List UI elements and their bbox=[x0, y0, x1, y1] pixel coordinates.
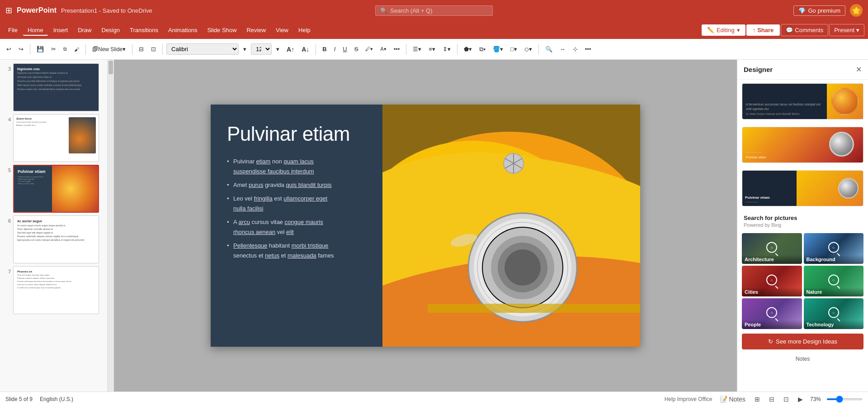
menu-draw[interactable]: Draw bbox=[73, 24, 96, 36]
slideshow-button[interactable]: ▶ bbox=[796, 395, 805, 404]
menu-design[interactable]: Design bbox=[97, 24, 124, 36]
search-box[interactable]: 🔍 bbox=[375, 5, 493, 16]
format-painter-button[interactable]: 🖌 bbox=[71, 45, 82, 54]
zoom-slider[interactable] bbox=[826, 398, 863, 400]
bullet-5: Pellentesque habitant morbi tristique se… bbox=[227, 241, 366, 261]
shape-effects-button[interactable]: ◇▾ bbox=[522, 44, 535, 54]
shapes-button[interactable]: ⬟▾ bbox=[461, 44, 475, 54]
slide-image-area[interactable] bbox=[382, 105, 640, 347]
shape-outline-button[interactable]: □▾ bbox=[508, 44, 520, 54]
waffle-icon[interactable]: ⊞ bbox=[5, 5, 12, 15]
powered-by-label: Powered by Bing bbox=[744, 222, 862, 228]
menu-animations[interactable]: Animations bbox=[164, 24, 202, 36]
present-button[interactable]: Present ▾ bbox=[829, 24, 864, 36]
menu-transitions[interactable]: Transitions bbox=[125, 24, 163, 36]
strikethrough-button[interactable]: S bbox=[352, 44, 361, 54]
design-preview-1[interactable]: A fermentum accumsan lacus vel facilisis… bbox=[742, 83, 863, 119]
designer-close-button[interactable]: ✕ bbox=[856, 65, 862, 74]
notes-button[interactable]: 📝 Notes bbox=[718, 395, 747, 404]
comments-button[interactable]: 💬 Comments bbox=[781, 24, 828, 36]
font-size-selector[interactable]: 12141618243648 bbox=[251, 43, 272, 55]
search-icon: ○ bbox=[828, 242, 839, 253]
increase-font-button[interactable]: A↑ bbox=[284, 44, 297, 55]
slide-thumbnail-5[interactable]: 5 Pulvinar etiam • Pulvinar etiam non qu… bbox=[3, 165, 104, 213]
new-slide-button[interactable]: 🗐 New Slide ▾ bbox=[90, 44, 128, 54]
slide-title[interactable]: Pulvinar etiam bbox=[227, 123, 366, 146]
overflow-button[interactable]: ••• bbox=[582, 44, 594, 54]
menu-review[interactable]: Review bbox=[242, 24, 270, 36]
canvas-area: Pulvinar etiam Pulvinar etiam non quam l… bbox=[114, 60, 737, 392]
bullet-1: Pulvinar etiam non quam lacus suspendiss… bbox=[227, 157, 366, 177]
slide-thumbnail-3[interactable]: 3 Dignissim cras Dignissim cras tincidun… bbox=[3, 63, 104, 111]
picture-tile-cities[interactable]: ○ Cities bbox=[742, 266, 802, 296]
find-button[interactable]: 🔍 bbox=[542, 44, 555, 54]
designer-title: Designer bbox=[744, 66, 773, 73]
text-highlight-button[interactable]: 🖊▾ bbox=[363, 44, 376, 54]
avatar[interactable]: 🌟 bbox=[850, 4, 863, 17]
copy-button[interactable]: ⧉ bbox=[61, 44, 70, 54]
slide-panel-scrollbar[interactable] bbox=[108, 60, 114, 392]
picture-tile-nature[interactable]: ○ Nature bbox=[804, 266, 864, 296]
slide-panel: 3 Dignissim cras Dignissim cras tincidun… bbox=[0, 60, 108, 392]
design-preview-2[interactable]: Pulvinar etiam —————— bbox=[742, 127, 863, 163]
slide-sorter-button[interactable]: ⊟ bbox=[767, 395, 776, 404]
font-size-dropdown-icon[interactable]: ▾ bbox=[274, 44, 282, 54]
share-button[interactable]: ↑ Share bbox=[746, 24, 780, 36]
separator4 bbox=[162, 44, 163, 55]
font-color-button[interactable]: A▾ bbox=[377, 44, 389, 54]
search-pictures-title: Search for pictures bbox=[744, 215, 862, 221]
fill-color-button[interactable]: 🪣▾ bbox=[490, 44, 506, 54]
numbered-list-button[interactable]: ≡▾ bbox=[426, 44, 438, 54]
font-dropdown-icon[interactable]: ▾ bbox=[241, 44, 249, 54]
svg-rect-17 bbox=[428, 304, 640, 313]
decrease-font-button[interactable]: A↓ bbox=[299, 44, 312, 55]
menu-insert[interactable]: Insert bbox=[49, 24, 73, 36]
select-button[interactable]: ⊹ bbox=[570, 44, 580, 54]
picture-tile-technology[interactable]: ○ Technology bbox=[804, 298, 864, 329]
slide-thumbnail-6[interactable]: 6 Ac auctor augue Ac auctor augue mauris… bbox=[3, 215, 104, 263]
layout-button[interactable]: ⊟ bbox=[136, 44, 146, 54]
help-improve[interactable]: Help Improve Office bbox=[665, 396, 712, 402]
slide-size-button[interactable]: ⊡ bbox=[148, 44, 159, 54]
reading-view-button[interactable]: ⊡ bbox=[782, 395, 791, 404]
save-button[interactable]: 💾 bbox=[34, 44, 47, 54]
tile-label-technology: Technology bbox=[804, 320, 864, 329]
search-icon: 🔍 bbox=[380, 7, 387, 14]
design-preview-3[interactable]: Pulvinar etiam —————— bbox=[742, 170, 863, 206]
redo-button[interactable]: ↪ bbox=[16, 44, 26, 54]
replace-button[interactable]: ↔ bbox=[557, 44, 568, 54]
menu-slideshow[interactable]: Slide Show bbox=[203, 24, 241, 36]
share-icon: ↑ bbox=[753, 27, 756, 33]
line-spacing-button[interactable]: ⇕▾ bbox=[440, 44, 453, 54]
italic-button[interactable]: I bbox=[331, 44, 339, 54]
slide-thumbnail-7[interactable]: 7 Pharetra sit Ut at sem integer vitae j… bbox=[3, 266, 104, 314]
menu-home[interactable]: Home bbox=[23, 24, 48, 36]
search-input[interactable] bbox=[390, 7, 481, 14]
go-premium-button[interactable]: 💎 Go premium bbox=[793, 5, 845, 16]
cut-button[interactable]: ✂ bbox=[48, 44, 59, 54]
picture-tile-background[interactable]: ○ Background bbox=[804, 233, 864, 264]
separator7 bbox=[457, 44, 458, 55]
undo-button[interactable]: ↩ bbox=[4, 44, 14, 54]
more-button[interactable]: ••• bbox=[391, 44, 403, 54]
picture-tile-architecture[interactable]: ○ Architecture bbox=[742, 233, 802, 264]
see-more-design-ideas-button[interactable]: ↻ See more Design Ideas bbox=[742, 334, 863, 349]
main-layout: 3 Dignissim cras Dignissim cras tincidun… bbox=[0, 60, 868, 392]
svg-point-10 bbox=[505, 249, 541, 286]
bullet-list-button[interactable]: ☰▾ bbox=[410, 44, 424, 54]
picture-tile-people[interactable]: ○ People bbox=[742, 298, 802, 329]
menu-view[interactable]: View bbox=[271, 24, 293, 36]
bullet-2: Amet purus gravida quis blandit turpis bbox=[227, 180, 366, 190]
menu-help[interactable]: Help bbox=[294, 24, 315, 36]
bold-button[interactable]: B bbox=[320, 44, 329, 54]
font-selector[interactable]: Calibri Arial Times New Roman bbox=[166, 43, 239, 55]
slide-thumbnail-4[interactable]: 4 Quam lacus Lorem ipsum dolor sit amet … bbox=[3, 114, 104, 162]
tile-label-cities: Cities bbox=[742, 287, 802, 296]
editing-button[interactable]: ✏️ Editing ▾ bbox=[702, 24, 745, 36]
normal-view-button[interactable]: ⊞ bbox=[753, 395, 762, 404]
search-icon: ○ bbox=[766, 242, 777, 253]
arrange-button[interactable]: ⧉▾ bbox=[476, 44, 488, 55]
underline-button[interactable]: U bbox=[340, 44, 349, 54]
menu-file[interactable]: File bbox=[4, 24, 22, 36]
main-slide[interactable]: Pulvinar etiam Pulvinar etiam non quam l… bbox=[211, 105, 640, 347]
